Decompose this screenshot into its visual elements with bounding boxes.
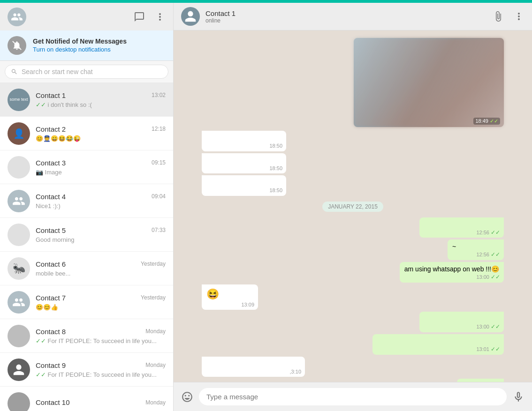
chat-info: Contact 10 Monday [36, 398, 166, 408]
chat-name: Contact 2 [36, 125, 66, 133]
message-text [206, 360, 208, 367]
attach-icon [493, 11, 504, 22]
messages-area: 18:49 ✓✓ 18:50 18:50 18:50 JANUARY 22, 2… [174, 30, 532, 382]
chat-top: Contact 10 Monday [36, 398, 166, 406]
new-chat-icon [134, 11, 145, 22]
chat-header-status: online [205, 17, 487, 24]
message-time: 13:01 ✓✓ [476, 345, 500, 353]
bell-off-icon [12, 40, 22, 51]
message-bubble: no... 13:02 ✓✓ [457, 379, 504, 382]
menu-button[interactable] [154, 11, 166, 22]
notification-text: Get Notified of New Messages Turn on des… [33, 37, 127, 53]
message-input[interactable] [199, 388, 507, 405]
chat-name: Contact 9 [36, 361, 66, 369]
chat-preview: ✓✓ For IT PEOPLE: To succeed in life you… [36, 371, 166, 378]
notification-bar: Get Notified of New Messages Turn on des… [0, 30, 173, 61]
chat-item[interactable]: Contact 4 09:04 Nice1 :):) [0, 184, 173, 218]
chat-time: 12:18 [152, 126, 166, 132]
new-chat-button[interactable] [134, 11, 145, 22]
chat-header: Contact 1 online [174, 3, 532, 30]
chat-info: Contact 7 Yesterday 😊😊👍 [36, 294, 166, 311]
chat-top: Contact 2 12:18 [36, 125, 166, 133]
chat-time: 13:02 [152, 92, 166, 98]
notification-title: Get Notified of New Messages [33, 37, 127, 45]
message-time: 18:50 [269, 165, 282, 172]
chat-avatar [8, 359, 30, 381]
app-container: Get Notified of New Messages Turn on des… [0, 3, 532, 411]
message-text [424, 315, 426, 322]
message-time: 13:00 ✓✓ [476, 273, 500, 281]
chat-panel: Contact 1 online [174, 3, 532, 411]
notification-link[interactable]: Turn on desktop notifications [33, 46, 111, 53]
user-avatar[interactable] [8, 7, 26, 26]
chat-item[interactable]: Contact 8 Monday ✓✓ For IT PEOPLE: To su… [0, 319, 173, 353]
message-bubble: 18:50 [202, 131, 286, 151]
chat-avatar [8, 156, 30, 179]
emoji-icon [181, 391, 193, 403]
sidebar-header-left [8, 7, 26, 26]
tick-icon: ✓✓ [36, 337, 46, 344]
chat-menu-button[interactable] [513, 11, 524, 22]
chat-top: Contact 5 07:33 [36, 226, 166, 234]
chat-item[interactable]: Contact 5 07:33 Good morning [0, 218, 173, 252]
chat-time: Yesterday [141, 261, 166, 267]
message-bubble: 😆 13:09 [202, 284, 258, 310]
chat-time: Monday [145, 362, 166, 368]
chat-item[interactable]: Contact 9 Monday ✓✓ For IT PEOPLE: To su… [0, 353, 173, 387]
message-time: 12:56 ✓✓ [476, 229, 500, 237]
more-vert-icon [154, 11, 166, 22]
tick-icon: ✓✓ [491, 323, 500, 330]
chat-name: Contact 4 [36, 193, 66, 201]
more-vert-icon [513, 11, 524, 22]
message-text [206, 134, 208, 142]
chat-avatar [8, 224, 30, 246]
chat-name: Contact 6 [36, 260, 66, 268]
mic-button[interactable] [512, 391, 524, 403]
input-area [174, 382, 532, 411]
search-icon [11, 68, 18, 75]
chat-avatar [8, 392, 30, 411]
sidebar-header [0, 3, 173, 30]
chat-name: Contact 10 [36, 398, 70, 406]
chat-name: Contact 7 [36, 294, 66, 302]
chat-item[interactable]: Contact 3 09:15 📷 Image [0, 150, 173, 184]
chat-time: 09:15 [152, 159, 166, 166]
message-text: 😆 [206, 288, 219, 300]
chat-preview: ✓✓ For IT PEOPLE: To succeed in life you… [36, 337, 166, 344]
chat-header-avatar[interactable] [181, 7, 200, 26]
chat-header-icons [493, 11, 524, 22]
chat-name: Contact 1 [36, 91, 66, 99]
chat-top: Contact 1 13:02 [36, 91, 166, 99]
chat-name: Contact 8 [36, 328, 66, 336]
tick-icon: ✓✓ [491, 346, 500, 352]
chat-top: Contact 7 Yesterday [36, 294, 166, 302]
emoji-button[interactable] [181, 391, 193, 403]
chat-item[interactable]: Contact 7 Yesterday 😊😊👍 [0, 285, 173, 319]
date-divider: JANUARY 22, 2015 [322, 202, 383, 212]
chat-preview: 😊😊👍 [36, 304, 166, 311]
chat-item[interactable]: 🐜 Contact 6 Yesterday mobile bee... [0, 252, 173, 285]
chat-top: Contact 9 Monday [36, 361, 166, 369]
message-bubble: 13:00 ✓✓ [419, 312, 504, 332]
message-bubble: ~ 12:56 ✓✓ [448, 239, 504, 260]
chat-item[interactable]: some text Contact 1 13:02 ✓✓ i don't thi… [0, 83, 173, 117]
chat-item[interactable]: Contact 10 Monday [0, 387, 173, 411]
chat-avatar: 🐜 [8, 257, 30, 280]
mic-icon [512, 391, 524, 403]
chat-top: Contact 8 Monday [36, 328, 166, 336]
message-time: 18:50 [269, 187, 282, 194]
chat-time: Monday [145, 399, 166, 406]
chat-header-info[interactable]: Contact 1 online [205, 9, 487, 24]
chat-preview: 📷 Image [36, 169, 166, 176]
chat-time: Yesterday [141, 294, 166, 301]
message-bubble: ,3:10 [202, 357, 305, 377]
chat-avatar: 👤 [8, 122, 30, 145]
attach-button[interactable] [493, 11, 504, 22]
search-bar [0, 61, 173, 83]
chat-info: Contact 3 09:15 📷 Image [36, 159, 166, 176]
chat-item[interactable]: 👤 Contact 2 12:18 😊👮😄😆😂😜 [0, 117, 173, 150]
message-image: 18:49 ✓✓ [354, 38, 504, 127]
search-inner [5, 65, 168, 79]
message-time: 12:56 ✓✓ [476, 251, 500, 259]
search-input[interactable] [22, 68, 162, 75]
